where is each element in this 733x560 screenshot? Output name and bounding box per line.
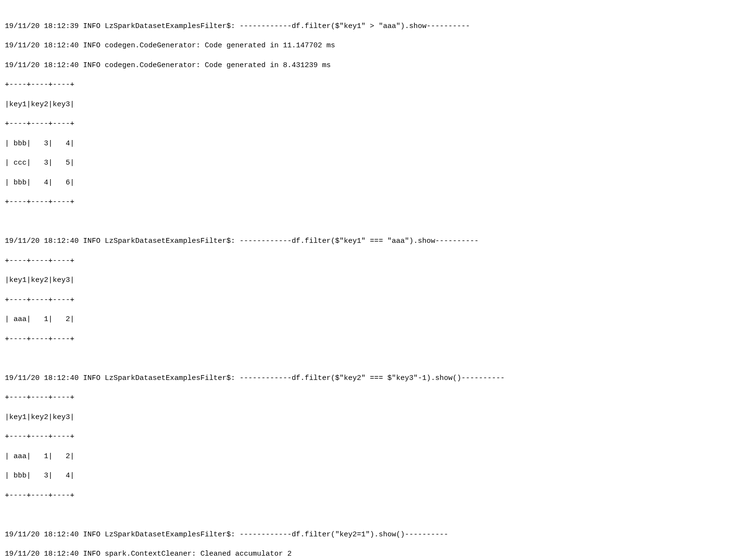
log-line: 19/11/20 18:12:40 INFO LzSparkDatasetExa… [5, 530, 728, 540]
table-header: |key1|key2|key3| [5, 413, 728, 422]
table-row: | ccc| 3| 5| [5, 158, 728, 168]
blank-line [5, 510, 728, 520]
blank-line [5, 217, 728, 227]
table-row: | bbb| 3| 4| [5, 471, 728, 481]
blank-line [5, 354, 728, 364]
table-border: +----+----+----+ [5, 295, 728, 305]
table-border: +----+----+----+ [5, 197, 728, 207]
table-border: +----+----+----+ [5, 393, 728, 403]
log-line: 19/11/20 18:12:40 INFO codegen.CodeGener… [5, 41, 728, 51]
table-border: +----+----+----+ [5, 119, 728, 129]
table-header: |key1|key2|key3| [5, 276, 728, 285]
table-header: |key1|key2|key3| [5, 100, 728, 110]
table-border: +----+----+----+ [5, 256, 728, 266]
table-row: | aaa| 1| 2| [5, 452, 728, 462]
table-border: +----+----+----+ [5, 335, 728, 344]
table-border: +----+----+----+ [5, 491, 728, 501]
table-row: | aaa| 1| 2| [5, 315, 728, 324]
log-line: 19/11/20 18:12:40 INFO spark.ContextClea… [5, 549, 728, 559]
table-border: +----+----+----+ [5, 80, 728, 90]
log-line: 19/11/20 18:12:40 INFO LzSparkDatasetExa… [5, 237, 728, 246]
table-row: | bbb| 4| 6| [5, 178, 728, 188]
table-border: +----+----+----+ [5, 432, 728, 442]
log-line: 19/11/20 18:12:40 INFO codegen.CodeGener… [5, 61, 728, 70]
log-line: 19/11/20 18:12:39 INFO LzSparkDatasetExa… [5, 22, 728, 31]
log-line: 19/11/20 18:12:40 INFO LzSparkDatasetExa… [5, 374, 728, 383]
table-row: | bbb| 3| 4| [5, 139, 728, 149]
